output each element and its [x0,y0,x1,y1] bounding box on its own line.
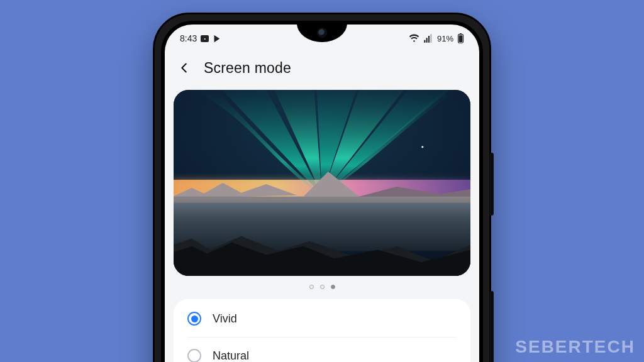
play-store-icon [213,34,222,43]
watermark: SEBERTECH [515,337,635,357]
option-natural[interactable]: Natural [174,337,470,362]
preview-pager[interactable] [165,276,479,298]
pager-dot[interactable] [309,285,314,289]
option-vivid[interactable]: Vivid [174,300,470,337]
notification-icon: • [201,35,209,42]
radio-selected-icon [187,312,201,326]
pager-dot-active[interactable] [331,285,335,289]
screen-mode-options: Vivid Natural [174,299,470,362]
battery-percent: 91% [437,34,453,43]
svg-point-13 [421,146,423,148]
svg-rect-11 [174,197,470,251]
side-button-power [490,291,494,362]
chevron-left-icon [177,61,191,75]
back-button[interactable] [174,57,195,79]
wifi-icon [409,34,419,43]
status-time: 8:43 [180,33,197,43]
option-label: Natural [213,349,249,363]
phone-frame: 8:43 • [153,13,491,362]
preview-image[interactable] [174,90,470,276]
battery-icon [457,33,464,43]
screen: 8:43 • [165,25,479,362]
side-button-volume [490,153,494,216]
aurora-illustration [174,90,470,276]
page-header: Screen mode [165,48,479,90]
svg-rect-1 [460,33,462,35]
svg-rect-2 [459,35,463,42]
signal-icon [423,34,433,43]
page-title: Screen mode [204,60,291,77]
pager-dot[interactable] [320,285,325,289]
radio-unselected-icon [187,349,201,362]
svg-rect-12 [174,197,470,203]
option-label: Vivid [213,312,237,326]
